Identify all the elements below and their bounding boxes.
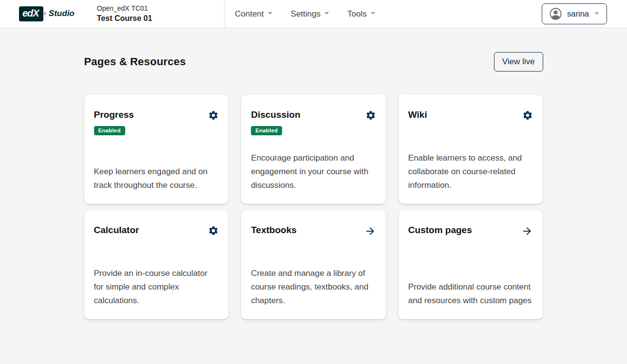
gear-icon[interactable]: [365, 110, 376, 121]
card-description: Create and manage a library of course re…: [251, 267, 376, 308]
card-header: Textbooks: [251, 225, 376, 237]
user-menu-button[interactable]: sarina: [542, 3, 607, 24]
nav-content-menu[interactable]: Content: [235, 5, 274, 23]
gear-icon[interactable]: [208, 225, 219, 236]
card-discussion[interactable]: Discussion Enabled Encourage participati…: [241, 95, 386, 204]
card-header: Progress: [94, 109, 219, 121]
card-description: Enable learners to access, and collabora…: [408, 151, 533, 192]
avatar-icon: [549, 7, 563, 21]
app-header: edX ® Studio Open_edX TC01 Test Course 0…: [0, 0, 627, 28]
chevron-down-icon: [369, 9, 377, 19]
card-title: Calculator: [94, 225, 139, 236]
card-title: Wiki: [408, 109, 427, 120]
course-org-number: Open_edX TC01: [97, 4, 152, 13]
header-divider: [224, 0, 225, 28]
course-info: Open_edX TC01 Test Course 01: [97, 4, 152, 23]
card-header: Calculator: [94, 225, 219, 236]
course-title: Test Course 01: [97, 13, 152, 24]
header-left-section: edX ® Studio Open_edX TC01 Test Course 0…: [19, 4, 224, 23]
username-label: sarina: [567, 9, 589, 18]
card-wiki[interactable]: Wiki Enable learners to access, and coll…: [399, 95, 543, 204]
enabled-badge: Enabled: [251, 126, 282, 135]
card-description: Encourage participation and engagement i…: [251, 151, 376, 192]
card-description: Provide additional course content and re…: [408, 280, 533, 308]
card-description: Keep learners engaged and on track throu…: [94, 165, 219, 192]
card-title: Progress: [94, 109, 134, 120]
card-calculator[interactable]: Calculator Provide an in-course calculat…: [84, 210, 229, 319]
card-title: Discussion: [251, 109, 300, 120]
card-header: Wiki: [408, 109, 533, 121]
page-title: Pages & Resources: [84, 55, 186, 68]
chevron-down-icon: [323, 9, 330, 19]
nav-settings-label: Settings: [291, 9, 321, 19]
pages-resources-content: Pages & Resources View live Progress Ena…: [84, 52, 543, 319]
studio-wordmark: Studio: [49, 9, 75, 18]
gear-icon[interactable]: [208, 110, 219, 121]
card-title: Custom pages: [408, 225, 472, 236]
edx-studio-logo[interactable]: edX ® Studio: [19, 6, 75, 21]
card-title: Textbooks: [251, 225, 297, 236]
card-textbooks[interactable]: Textbooks Create and manage a library of…: [241, 210, 386, 319]
card-description: Provide an in-course calculator for simp…: [94, 267, 219, 308]
gear-icon[interactable]: [522, 110, 533, 121]
registered-mark: ®: [44, 12, 46, 16]
nav-settings-menu[interactable]: Settings: [291, 5, 330, 23]
nav-tools-menu[interactable]: Tools: [347, 5, 377, 23]
card-progress[interactable]: Progress Enabled Keep learners engaged a…: [84, 95, 229, 204]
arrow-right-icon[interactable]: [521, 225, 533, 237]
main-nav: Content Settings Tools: [235, 5, 377, 23]
arrow-right-icon[interactable]: [364, 225, 376, 237]
view-live-button[interactable]: View live: [494, 52, 543, 72]
card-header: Custom pages: [408, 225, 533, 237]
chevron-down-icon: [593, 10, 600, 18]
chevron-down-icon: [266, 9, 274, 19]
edx-logo-mark: edX: [19, 6, 43, 21]
pages-cards-grid: Progress Enabled Keep learners engaged a…: [84, 95, 543, 319]
card-custom-pages[interactable]: Custom pages Provide additional course c…: [399, 210, 543, 319]
card-header: Discussion: [251, 109, 376, 121]
enabled-badge: Enabled: [94, 126, 125, 135]
nav-content-label: Content: [235, 9, 264, 19]
page-title-row: Pages & Resources View live: [84, 52, 543, 72]
nav-tools-label: Tools: [347, 9, 367, 19]
